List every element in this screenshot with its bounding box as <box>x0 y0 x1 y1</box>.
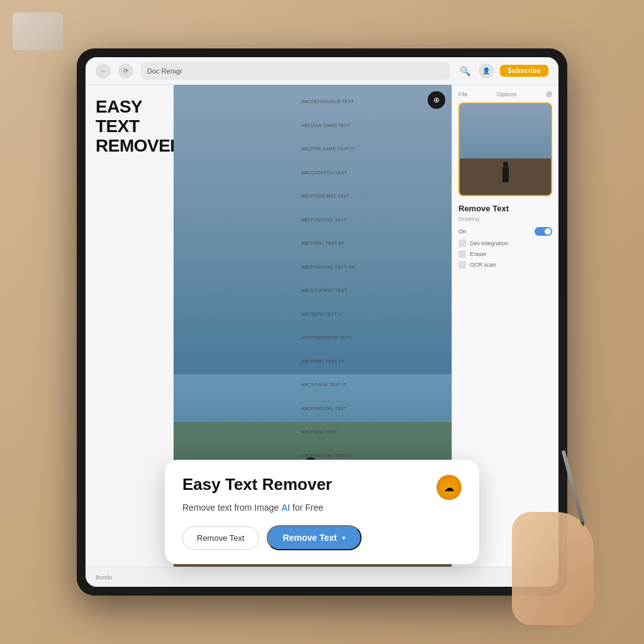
desk-surface: ← ⟳ Doc Remgr 🔍 👤 Subscribe EASY <box>0 0 644 644</box>
panel-subtitle: Drawing <box>458 216 552 222</box>
bottom-bar: Bundu <box>86 567 558 587</box>
watermark-line-11: ABCPONVIJKLM TEXT <box>301 335 449 340</box>
modal-icon: ☁ <box>436 475 462 500</box>
panel-header-file: File <box>458 91 468 97</box>
panel-item-2: Eraser <box>458 250 552 258</box>
watermark-line-10: ABCDEFG TEXT IJ <box>301 312 449 316</box>
bottom-modal: Easy Text Remover ☁ Remove text from Ima… <box>165 460 479 564</box>
tablet-device: ← ⟳ Doc Remgr 🔍 👤 Subscribe EASY <box>77 48 567 596</box>
panel-item-1-icon <box>458 240 466 247</box>
dropdown-arrow-icon: ▾ <box>342 535 345 541</box>
watermark-line-13: ABCSTUVW TEXT IT <box>301 382 449 387</box>
panel-toggle[interactable] <box>535 227 552 236</box>
watermark-line-7: ABCPONV TEXT EF <box>301 241 449 245</box>
watermark-line-16: ABCPONVIJKL TEXT IT <box>301 453 449 458</box>
subscribe-button[interactable]: Subscribe <box>500 65 548 77</box>
left-sidebar: EASY TEXT REMOVER <box>86 85 174 567</box>
watermark-line-8: ABCPONVIJKL TEXT GH <box>301 265 449 269</box>
thumbnail-image <box>458 103 552 196</box>
panel-item-3-label: OCR scan <box>470 262 496 268</box>
forward-button[interactable]: ⟳ <box>118 64 133 79</box>
keyboard-decoration <box>13 13 63 50</box>
panel-item-3: OCR scan <box>458 261 552 269</box>
search-icon[interactable]: 🔍 <box>457 64 472 79</box>
app-title: EASY TEXT REMOVER <box>96 97 164 155</box>
watermark-line-9: ABCSTUVWXY TEXT <box>301 288 449 292</box>
panel-toggle-label: On <box>458 228 466 235</box>
url-text: Doc Remgr <box>147 67 182 75</box>
panel-toggle-row: On <box>458 227 552 236</box>
watermark-line-5: ABCPONVLMST TEXT <box>301 194 449 198</box>
modal-actions: Remove Text Remove Text ▾ <box>182 525 462 550</box>
panel-section-title: Remove Text <box>458 204 552 213</box>
back-button[interactable]: ← <box>96 64 111 79</box>
url-bar[interactable]: Doc Remgr <box>141 62 450 80</box>
watermark-line-6: ABCPONVIJKL TEXT <box>301 218 449 222</box>
top-navigation-bar: ← ⟳ Doc Remgr 🔍 👤 Subscribe <box>86 57 558 85</box>
remove-text-primary-button[interactable]: Remove Text ▾ <box>267 525 362 550</box>
remove-text-outline-button[interactable]: Remove Text <box>182 526 259 550</box>
watermark-line-1: ABCDEFGHIJKLM TEXT <box>301 99 449 104</box>
panel-header-dot <box>546 91 552 97</box>
panel-item-3-icon <box>458 261 466 269</box>
watermark-line-4: ABCQVDEFGH LEXT <box>301 170 449 175</box>
watermark-line-15: ABCPONV TEXT <box>301 430 449 434</box>
panel-item-1: Dev Integration <box>458 240 552 247</box>
modal-subtitle: Remove text from Image AI for Free <box>182 502 462 513</box>
zoom-button[interactable]: ⊕ <box>428 91 445 109</box>
modal-subtitle-highlight: AI <box>281 502 290 513</box>
footer-text: Bundu <box>96 574 112 580</box>
modal-title: Easy Text Remover <box>182 475 332 494</box>
thumbnail-person <box>502 167 509 182</box>
hand-stylus-decoration <box>512 512 594 625</box>
watermark-line-14: ABCPONVIJKL TEXT <box>301 406 449 411</box>
topbar-right: 🔍 👤 Subscribe <box>457 64 548 79</box>
panel-header-options: Options <box>497 91 516 97</box>
watermark-line-2: ABCUVW CAMG TEXT <box>301 123 449 128</box>
modal-header: Easy Text Remover ☁ <box>182 475 462 500</box>
panel-item-2-label: Eraser <box>470 251 487 257</box>
watermark-line-3: ABCPON CAMV TEXT IT <box>301 147 449 151</box>
watermark-line-12: ABCPONV TEXT EF <box>301 359 449 364</box>
right-panel-header: File Options <box>458 91 552 97</box>
panel-item-1-label: Dev Integration <box>470 240 508 247</box>
user-icon[interactable]: 👤 <box>479 64 494 79</box>
panel-item-2-icon <box>458 250 466 258</box>
